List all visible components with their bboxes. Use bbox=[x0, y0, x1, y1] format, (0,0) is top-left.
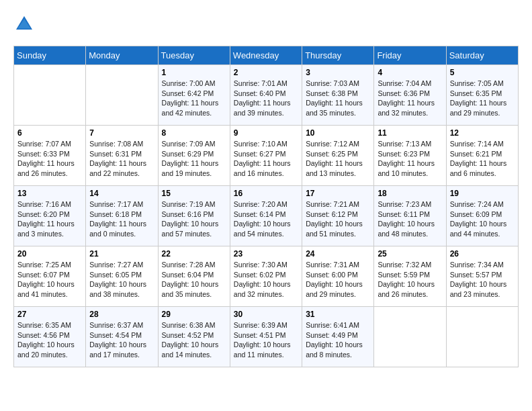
day-info: Sunrise: 7:17 AM Sunset: 6:18 PM Dayligh… bbox=[89, 199, 154, 239]
day-cell: 1Sunrise: 7:00 AM Sunset: 6:42 PM Daylig… bbox=[158, 65, 230, 126]
day-cell: 16Sunrise: 7:20 AM Sunset: 6:14 PM Dayli… bbox=[230, 186, 302, 246]
day-info: Sunrise: 7:19 AM Sunset: 6:16 PM Dayligh… bbox=[162, 199, 226, 239]
day-number: 19 bbox=[450, 189, 515, 198]
day-number: 21 bbox=[89, 249, 154, 259]
day-number: 25 bbox=[378, 249, 442, 259]
day-cell bbox=[446, 307, 518, 367]
day-info: Sunrise: 7:13 AM Sunset: 6:23 PM Dayligh… bbox=[378, 139, 442, 179]
day-cell: 5Sunrise: 7:05 AM Sunset: 6:35 PM Daylig… bbox=[446, 65, 518, 126]
day-number: 1 bbox=[162, 68, 226, 77]
day-number: 17 bbox=[306, 189, 370, 198]
day-info: Sunrise: 6:35 AM Sunset: 4:56 PM Dayligh… bbox=[17, 320, 82, 360]
day-info: Sunrise: 7:20 AM Sunset: 6:14 PM Dayligh… bbox=[234, 199, 298, 239]
day-number: 5 bbox=[450, 68, 515, 77]
day-cell: 28Sunrise: 6:37 AM Sunset: 4:54 PM Dayli… bbox=[86, 307, 158, 367]
day-cell: 7Sunrise: 7:08 AM Sunset: 6:31 PM Daylig… bbox=[86, 126, 158, 186]
weekday-header-thursday: Thursday bbox=[302, 46, 374, 65]
day-cell: 22Sunrise: 7:28 AM Sunset: 6:04 PM Dayli… bbox=[158, 246, 230, 307]
day-number: 10 bbox=[306, 128, 370, 138]
day-cell: 19Sunrise: 7:24 AM Sunset: 6:09 PM Dayli… bbox=[446, 186, 518, 246]
day-cell bbox=[86, 65, 158, 126]
day-cell: 15Sunrise: 7:19 AM Sunset: 6:16 PM Dayli… bbox=[158, 186, 230, 246]
page-header bbox=[13, 13, 519, 35]
day-cell: 6Sunrise: 7:07 AM Sunset: 6:33 PM Daylig… bbox=[14, 126, 86, 186]
day-info: Sunrise: 6:39 AM Sunset: 4:51 PM Dayligh… bbox=[234, 320, 298, 360]
day-info: Sunrise: 7:16 AM Sunset: 6:20 PM Dayligh… bbox=[17, 199, 82, 239]
day-info: Sunrise: 7:10 AM Sunset: 6:27 PM Dayligh… bbox=[234, 139, 298, 179]
day-cell: 30Sunrise: 6:39 AM Sunset: 4:51 PM Dayli… bbox=[230, 307, 302, 367]
weekday-header-row: SundayMondayTuesdayWednesdayThursdayFrid… bbox=[14, 46, 519, 65]
day-cell: 12Sunrise: 7:14 AM Sunset: 6:21 PM Dayli… bbox=[446, 126, 518, 186]
day-number: 18 bbox=[378, 189, 442, 198]
day-info: Sunrise: 7:34 AM Sunset: 5:57 PM Dayligh… bbox=[450, 260, 515, 300]
logo bbox=[13, 13, 38, 35]
day-number: 26 bbox=[450, 249, 515, 259]
day-number: 16 bbox=[234, 189, 298, 198]
day-cell: 20Sunrise: 7:25 AM Sunset: 6:07 PM Dayli… bbox=[14, 246, 86, 307]
day-cell: 4Sunrise: 7:04 AM Sunset: 6:36 PM Daylig… bbox=[374, 65, 446, 126]
day-cell: 29Sunrise: 6:38 AM Sunset: 4:52 PM Dayli… bbox=[158, 307, 230, 367]
day-info: Sunrise: 6:37 AM Sunset: 4:54 PM Dayligh… bbox=[89, 320, 154, 360]
day-number: 2 bbox=[234, 68, 298, 77]
week-row-4: 20Sunrise: 7:25 AM Sunset: 6:07 PM Dayli… bbox=[14, 246, 519, 307]
week-row-1: 1Sunrise: 7:00 AM Sunset: 6:42 PM Daylig… bbox=[14, 65, 519, 126]
day-number: 11 bbox=[378, 128, 442, 138]
week-row-3: 13Sunrise: 7:16 AM Sunset: 6:20 PM Dayli… bbox=[14, 186, 519, 246]
day-info: Sunrise: 6:38 AM Sunset: 4:52 PM Dayligh… bbox=[162, 320, 226, 360]
weekday-header-tuesday: Tuesday bbox=[158, 46, 230, 65]
day-number: 28 bbox=[89, 310, 154, 319]
day-number: 4 bbox=[378, 68, 442, 77]
weekday-header-wednesday: Wednesday bbox=[230, 46, 302, 65]
day-cell: 14Sunrise: 7:17 AM Sunset: 6:18 PM Dayli… bbox=[86, 186, 158, 246]
day-info: Sunrise: 7:09 AM Sunset: 6:29 PM Dayligh… bbox=[162, 139, 226, 179]
day-cell: 23Sunrise: 7:30 AM Sunset: 6:02 PM Dayli… bbox=[230, 246, 302, 307]
day-number: 7 bbox=[89, 128, 154, 138]
day-info: Sunrise: 7:12 AM Sunset: 6:25 PM Dayligh… bbox=[306, 139, 370, 179]
day-cell: 27Sunrise: 6:35 AM Sunset: 4:56 PM Dayli… bbox=[14, 307, 86, 367]
day-number: 23 bbox=[234, 249, 298, 259]
day-cell bbox=[374, 307, 446, 367]
day-number: 27 bbox=[17, 310, 82, 319]
day-number: 12 bbox=[450, 128, 515, 138]
day-info: Sunrise: 7:08 AM Sunset: 6:31 PM Dayligh… bbox=[89, 139, 154, 179]
day-number: 15 bbox=[162, 189, 226, 198]
day-number: 31 bbox=[306, 310, 370, 319]
day-number: 20 bbox=[17, 249, 82, 259]
day-info: Sunrise: 7:23 AM Sunset: 6:11 PM Dayligh… bbox=[378, 199, 442, 239]
day-info: Sunrise: 7:21 AM Sunset: 6:12 PM Dayligh… bbox=[306, 199, 370, 239]
week-row-5: 27Sunrise: 6:35 AM Sunset: 4:56 PM Dayli… bbox=[14, 307, 519, 367]
day-cell: 9Sunrise: 7:10 AM Sunset: 6:27 PM Daylig… bbox=[230, 126, 302, 186]
day-number: 22 bbox=[162, 249, 226, 259]
calendar-table: SundayMondayTuesdayWednesdayThursdayFrid… bbox=[13, 46, 519, 367]
day-cell: 17Sunrise: 7:21 AM Sunset: 6:12 PM Dayli… bbox=[302, 186, 374, 246]
day-info: Sunrise: 7:28 AM Sunset: 6:04 PM Dayligh… bbox=[162, 260, 226, 300]
day-number: 29 bbox=[162, 310, 226, 319]
day-cell: 10Sunrise: 7:12 AM Sunset: 6:25 PM Dayli… bbox=[302, 126, 374, 186]
day-info: Sunrise: 7:24 AM Sunset: 6:09 PM Dayligh… bbox=[450, 199, 515, 239]
day-cell: 24Sunrise: 7:31 AM Sunset: 6:00 PM Dayli… bbox=[302, 246, 374, 307]
weekday-header-friday: Friday bbox=[374, 46, 446, 65]
day-info: Sunrise: 7:03 AM Sunset: 6:38 PM Dayligh… bbox=[306, 79, 370, 118]
day-number: 8 bbox=[162, 128, 226, 138]
day-info: Sunrise: 7:31 AM Sunset: 6:00 PM Dayligh… bbox=[306, 260, 370, 300]
day-number: 3 bbox=[306, 68, 370, 77]
day-cell: 25Sunrise: 7:32 AM Sunset: 5:59 PM Dayli… bbox=[374, 246, 446, 307]
weekday-header-sunday: Sunday bbox=[14, 46, 86, 65]
day-number: 14 bbox=[89, 189, 154, 198]
day-info: Sunrise: 7:14 AM Sunset: 6:21 PM Dayligh… bbox=[450, 139, 515, 179]
weekday-header-saturday: Saturday bbox=[446, 46, 518, 65]
day-cell: 21Sunrise: 7:27 AM Sunset: 6:05 PM Dayli… bbox=[86, 246, 158, 307]
weekday-header-monday: Monday bbox=[86, 46, 158, 65]
day-info: Sunrise: 7:05 AM Sunset: 6:35 PM Dayligh… bbox=[450, 79, 515, 118]
day-cell: 3Sunrise: 7:03 AM Sunset: 6:38 PM Daylig… bbox=[302, 65, 374, 126]
day-number: 9 bbox=[234, 128, 298, 138]
day-cell bbox=[14, 65, 86, 126]
day-info: Sunrise: 7:32 AM Sunset: 5:59 PM Dayligh… bbox=[378, 260, 442, 300]
day-info: Sunrise: 7:27 AM Sunset: 6:05 PM Dayligh… bbox=[89, 260, 154, 300]
day-info: Sunrise: 7:04 AM Sunset: 6:36 PM Dayligh… bbox=[378, 79, 442, 118]
day-cell: 8Sunrise: 7:09 AM Sunset: 6:29 PM Daylig… bbox=[158, 126, 230, 186]
day-info: Sunrise: 7:30 AM Sunset: 6:02 PM Dayligh… bbox=[234, 260, 298, 300]
day-info: Sunrise: 7:00 AM Sunset: 6:42 PM Dayligh… bbox=[162, 79, 226, 118]
logo-icon bbox=[13, 13, 35, 35]
day-info: Sunrise: 7:25 AM Sunset: 6:07 PM Dayligh… bbox=[17, 260, 82, 300]
